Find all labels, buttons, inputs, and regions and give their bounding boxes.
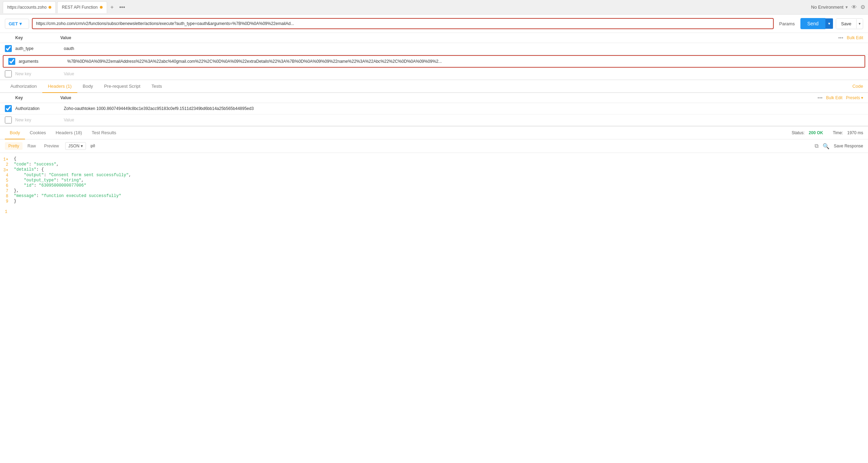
- headers-header-actions: ••• Bulk Edit Presets ▾: [817, 95, 863, 101]
- status-label: Status:: [792, 130, 805, 135]
- header-new-key: New key: [15, 118, 64, 122]
- url-bar-actions: Params Send ▾ Save ▾: [776, 18, 863, 29]
- headers-more-button[interactable]: •••: [817, 95, 823, 101]
- method-chevron-icon: ▾: [19, 21, 22, 26]
- tab-accounts-dot: [49, 6, 51, 9]
- tab-authorization[interactable]: Authorization: [5, 80, 42, 93]
- headers-header: Key Value ••• Bulk Edit Presets ▾: [0, 93, 868, 103]
- line-content-1: {: [14, 156, 868, 161]
- param-auth-type-value: oauth: [64, 46, 863, 51]
- body-view-tabs: Pretty Raw Preview JSON ▾ ⇌ ⧉ 🔍 Save Res…: [0, 139, 868, 153]
- tab-body[interactable]: Body: [77, 80, 99, 93]
- header-auth-checkbox[interactable]: [5, 105, 12, 112]
- tab-rest-api-dot: [100, 6, 103, 9]
- copy-icon[interactable]: ⧉: [815, 143, 818, 149]
- param-new-checkbox[interactable]: [5, 70, 12, 77]
- time-value: 1970 ms: [847, 130, 863, 135]
- tab-tests[interactable]: Tests: [146, 80, 167, 93]
- headers-section: Key Value ••• Bulk Edit Presets ▾ Author…: [0, 93, 868, 126]
- param-arguments-checkbox[interactable]: [8, 58, 15, 65]
- format-label: JSON: [68, 144, 79, 148]
- param-arguments-value: %7B%0D%0A%09%22emailAddress%22%3A%22abc%…: [67, 59, 860, 64]
- env-selector[interactable]: No Environment ▾: [811, 5, 848, 10]
- params-button[interactable]: Params: [776, 19, 798, 28]
- line-num-6: 6: [0, 183, 14, 188]
- code-line-2: 2 "code": "success",: [0, 162, 868, 167]
- save-button[interactable]: Save: [836, 19, 856, 29]
- params-bulk-edit-button[interactable]: Bulk Edit: [847, 35, 863, 40]
- request-tabs: Authorization Headers (1) Body Pre-reque…: [0, 80, 868, 93]
- bottom-line-num: 1: [0, 207, 868, 216]
- tab-headers[interactable]: Headers (1): [42, 80, 77, 93]
- save-chevron-button[interactable]: ▾: [856, 19, 863, 28]
- resp-tab-headers[interactable]: Headers (18): [51, 127, 87, 139]
- url-input-container: [32, 18, 774, 29]
- format-select[interactable]: JSON ▾: [65, 142, 86, 150]
- presets-button[interactable]: Presets ▾: [846, 95, 863, 100]
- header-new-checkbox[interactable]: [5, 117, 12, 123]
- save-response-button[interactable]: Save Response: [834, 144, 863, 148]
- param-auth-type-checkbox[interactable]: [5, 45, 12, 52]
- line-content-7: },: [14, 188, 868, 193]
- add-tab-button[interactable]: +: [109, 3, 115, 12]
- resp-tab-test-results[interactable]: Test Results: [87, 127, 121, 139]
- params-col-key: Key: [5, 35, 60, 40]
- params-section: Key Value ••• Bulk Edit auth_type oauth …: [0, 33, 868, 80]
- params-more-button[interactable]: •••: [838, 35, 843, 41]
- body-tab-actions: ⧉ 🔍 Save Response: [815, 143, 863, 149]
- code-line-3: 3▾ "details": {: [0, 167, 868, 173]
- search-icon[interactable]: 🔍: [823, 143, 830, 149]
- code-line-6: 6 "id": "63095000000077006": [0, 183, 868, 188]
- line-num-8: 8: [0, 194, 14, 199]
- app-container: https://accounts.zoho REST API Function …: [0, 0, 868, 463]
- header-auth-key: Authorization: [15, 106, 64, 111]
- line-content-2: "code": "success",: [14, 162, 868, 167]
- method-select[interactable]: GET ▾: [5, 19, 29, 29]
- tab-bar-right: No Environment ▾ 👁 ⚙: [811, 4, 865, 10]
- body-tab-preview[interactable]: Preview: [41, 142, 62, 150]
- tab-pre-request[interactable]: Pre-request Script: [98, 80, 146, 93]
- headers-bulk-edit-button[interactable]: Bulk Edit: [826, 95, 842, 100]
- tab-actions: + •••: [109, 3, 127, 12]
- eye-icon[interactable]: 👁: [851, 4, 857, 10]
- line-content-6: "id": "63095000000077006": [14, 183, 868, 188]
- url-input[interactable]: [32, 18, 774, 29]
- send-btn-group: Send ▾: [800, 18, 833, 29]
- tab-rest-api[interactable]: REST API Function: [57, 1, 107, 13]
- header-new-row: New key Value: [0, 114, 868, 126]
- send-chevron-button[interactable]: ▾: [825, 18, 833, 29]
- headers-col-value: Value: [60, 95, 817, 100]
- param-row-arguments: arguments %7B%0D%0A%09%22emailAddress%22…: [3, 55, 865, 68]
- line-num-4: 4: [0, 173, 14, 178]
- status-value: 200 OK: [809, 130, 823, 135]
- header-auth-value: Zoho-oauthtoken 1000.8607494449c8bc1e392…: [64, 106, 863, 111]
- header-row-authorization: Authorization Zoho-oauthtoken 1000.86074…: [0, 103, 868, 114]
- param-new-key: New key: [15, 71, 64, 76]
- resp-tab-cookies[interactable]: Cookies: [25, 127, 51, 139]
- tab-bar: https://accounts.zoho REST API Function …: [0, 0, 868, 15]
- code-link[interactable]: Code: [852, 84, 863, 89]
- param-row-arguments-inner: arguments %7B%0D%0A%09%22emailAddress%22…: [3, 56, 865, 67]
- more-tabs-button[interactable]: •••: [118, 3, 127, 12]
- time-label: Time:: [833, 130, 843, 135]
- line-content-4: "output": "Consent form sent successfull…: [14, 173, 868, 178]
- method-label: GET: [9, 21, 18, 26]
- param-row-auth-type: auth_type oauth: [0, 43, 868, 54]
- tab-accounts[interactable]: https://accounts.zoho: [3, 1, 56, 13]
- send-button[interactable]: Send: [800, 18, 826, 29]
- gear-icon[interactable]: ⚙: [860, 4, 865, 10]
- tab-rest-api-label: REST API Function: [62, 5, 97, 10]
- code-line-9: 9 }: [0, 199, 868, 204]
- line-num-2: 2: [0, 162, 14, 167]
- wrap-icon[interactable]: ⇌: [90, 142, 95, 150]
- code-line-1: 1▾ {: [0, 156, 868, 162]
- body-tab-pretty[interactable]: Pretty: [5, 142, 23, 150]
- resp-tab-body[interactable]: Body: [5, 127, 25, 139]
- param-new-value: Value: [64, 71, 863, 76]
- param-auth-type-key: auth_type: [15, 46, 64, 51]
- code-line-4: 4 "output": "Consent form sent successfu…: [0, 173, 868, 178]
- body-tab-raw[interactable]: Raw: [24, 142, 39, 150]
- param-new-row: New key Value: [0, 68, 868, 80]
- json-code-area: 1▾ { 2 "code": "success", 3▾ "details": …: [0, 153, 868, 207]
- line-num-7: 7: [0, 188, 14, 194]
